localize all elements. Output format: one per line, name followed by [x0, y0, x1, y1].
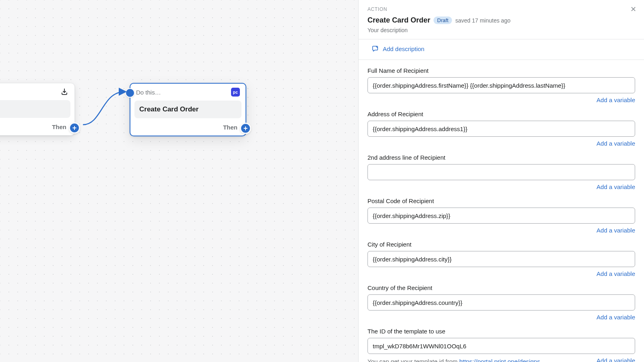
add-variable-link[interactable]: Add a variable: [597, 270, 635, 277]
panel-body[interactable]: Full Name of Recipient Add a variable Ad…: [359, 60, 644, 362]
field-postal-code: Postal Code of Recipient Add a variable: [367, 197, 635, 234]
field-label: Country of the Recipient: [367, 284, 635, 291]
field-label: City of Recipient: [367, 241, 635, 248]
panel-title: Create Card Order: [367, 16, 430, 25]
add-description-label: Add description: [383, 45, 424, 52]
field-label: Address of Recipient: [367, 111, 635, 117]
close-icon: ✕: [630, 5, 636, 14]
field-country: Country of the Recipient Add a variable: [367, 284, 635, 321]
panel-description-row: Add description: [359, 39, 644, 60]
action-config-panel: ACTION Create Card Order Draft saved 17 …: [358, 0, 644, 362]
add-description-button[interactable]: Add description: [372, 45, 424, 52]
field-label: The ID of the template to use: [367, 328, 635, 335]
integration-app-icon: pc: [231, 88, 240, 97]
node-footer-label: Then: [52, 123, 66, 130]
address2-input[interactable]: [367, 164, 635, 180]
node-input-port[interactable]: [125, 88, 135, 98]
add-variable-link[interactable]: Add a variable: [597, 227, 635, 234]
speech-bubble-icon: [372, 45, 379, 52]
panel-subtitle: Your description: [367, 27, 635, 33]
field-city: City of Recipient Add a variable: [367, 241, 635, 277]
field-label: Full Name of Recipient: [367, 67, 635, 74]
template-portal-link[interactable]: https://portal.print.one/designs: [459, 358, 540, 362]
template-id-input[interactable]: [367, 338, 635, 354]
field-label: 2nd address line of Recipient: [367, 154, 635, 161]
node-body-label: Create Card Order: [134, 101, 242, 118]
field-address: Address of Recipient Add a variable: [367, 111, 635, 147]
add-variable-link[interactable]: Add a variable: [597, 357, 635, 362]
saved-timestamp: saved 17 minutes ago: [455, 17, 510, 24]
download-icon: [60, 87, 69, 96]
panel-header: ACTION Create Card Order Draft saved 17 …: [359, 0, 644, 39]
field-help-text: You can get your template id from https:…: [367, 357, 540, 362]
field-template-id: The ID of the template to use You can ge…: [367, 328, 635, 362]
field-address2: 2nd address line of Recipient Add a vari…: [367, 154, 635, 190]
full-name-input[interactable]: [367, 77, 635, 93]
field-full-name: Full Name of Recipient Add a variable: [367, 67, 635, 103]
node-header-label: Do this…: [136, 89, 161, 96]
add-variable-link[interactable]: Add a variable: [597, 97, 635, 103]
panel-kicker: ACTION: [367, 6, 635, 12]
node-body-label: paid: [0, 100, 70, 118]
field-label: Postal Code of Recipient: [367, 197, 635, 204]
workflow-canvas[interactable]: hen… paid Then + Do this… pc Create Card…: [0, 0, 390, 362]
status-badge: Draft: [433, 16, 452, 24]
workflow-node-do-this[interactable]: Do this… pc Create Card Order Then +: [130, 83, 246, 136]
address-input[interactable]: [367, 121, 635, 137]
city-input[interactable]: [367, 251, 635, 267]
country-input[interactable]: [367, 294, 635, 311]
add-variable-link[interactable]: Add a variable: [597, 314, 635, 321]
add-variable-link[interactable]: Add a variable: [597, 140, 635, 147]
node-footer-label: Then: [223, 124, 237, 131]
close-button[interactable]: ✕: [629, 5, 638, 14]
postal-code-input[interactable]: [367, 208, 635, 224]
workflow-node-when[interactable]: hen… paid Then +: [0, 83, 75, 136]
add-step-button[interactable]: +: [240, 123, 251, 134]
add-variable-link[interactable]: Add a variable: [597, 183, 635, 190]
add-step-button[interactable]: +: [69, 122, 80, 134]
